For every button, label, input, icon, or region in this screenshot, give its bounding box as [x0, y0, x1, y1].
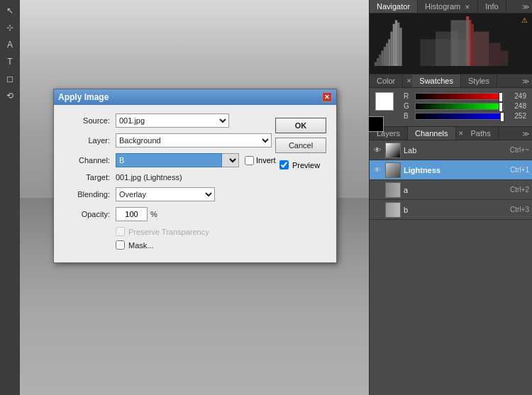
- tool-shape[interactable]: ◻: [2, 71, 18, 87]
- layers-panel-collapse[interactable]: ≫: [522, 130, 529, 138]
- foreground-color-swatch[interactable]: [375, 92, 394, 111]
- top-panel-collapse[interactable]: ≫: [522, 3, 529, 11]
- channel-name-b: b: [404, 206, 507, 214]
- ok-button[interactable]: OK: [275, 118, 326, 133]
- green-label: G: [404, 102, 412, 110]
- tab-channels[interactable]: Channels: [408, 127, 455, 140]
- red-slider-thumb[interactable]: [499, 92, 503, 102]
- layers-panel-tabs: Layers Channels ✕ Paths ≫: [370, 127, 532, 140]
- mask-label: Mask...: [128, 241, 153, 250]
- green-slider-thumb[interactable]: [499, 102, 503, 112]
- channel-lightness[interactable]: 👁 Lightness Ctrl+1: [370, 160, 532, 180]
- opacity-input[interactable]: [116, 207, 148, 221]
- blending-label: Blending:: [64, 190, 110, 199]
- cancel-button[interactable]: Cancel: [275, 138, 326, 153]
- channel-shortcut-lab: Ctrl+~: [510, 146, 529, 154]
- channel-name-lab: Lab: [404, 146, 507, 155]
- channel-name-a: a: [404, 186, 507, 194]
- tab-styles[interactable]: Styles: [461, 74, 497, 87]
- preview-checkbox[interactable]: [279, 160, 289, 169]
- preview-row: Preview: [279, 160, 326, 169]
- dialog-title: Apply Image: [58, 92, 109, 102]
- background-color-swatch[interactable]: [368, 116, 384, 132]
- tab-paths[interactable]: Paths: [464, 127, 499, 140]
- red-slider-track[interactable]: [415, 93, 504, 100]
- preserve-transparency-checkbox[interactable]: [116, 227, 125, 236]
- dialog-close-button[interactable]: ✕: [322, 92, 332, 102]
- blue-slider-thumb[interactable]: [500, 112, 504, 122]
- tab-histogram[interactable]: Histogram ✕: [418, 0, 478, 13]
- channel-b[interactable]: b Ctrl+3: [370, 200, 532, 220]
- tab-navigator[interactable]: Navigator: [370, 0, 418, 13]
- channel-dropdown[interactable]: [222, 153, 239, 167]
- layer-select[interactable]: Background: [116, 133, 272, 148]
- svg-rect-3: [382, 50, 384, 66]
- channel-eye-b[interactable]: [372, 205, 382, 215]
- channels-list: 👁 Lab Ctrl+~ 👁 Lightness Ctrl+1 a Ctrl+2: [370, 140, 532, 395]
- invert-checkbox[interactable]: [245, 156, 254, 165]
- tab-color[interactable]: Color: [370, 74, 403, 87]
- svg-rect-8: [393, 24, 395, 66]
- svg-rect-0: [375, 62, 377, 66]
- channel-eye-lab[interactable]: 👁: [372, 145, 382, 155]
- channel-thumb-lightness: [385, 162, 401, 178]
- color-panel-collapse[interactable]: ≫: [522, 77, 529, 85]
- opacity-unit: %: [150, 210, 157, 218]
- channel-lab[interactable]: 👁 Lab Ctrl+~: [370, 140, 532, 160]
- color-tab-close[interactable]: ✕: [405, 77, 412, 84]
- svg-rect-17: [451, 20, 470, 66]
- svg-rect-19: [489, 43, 500, 66]
- blue-label: B: [404, 112, 412, 120]
- opacity-label: Opacity:: [64, 210, 110, 218]
- mask-checkbox[interactable]: [116, 240, 125, 250]
- channel-shortcut-b: Ctrl+3: [510, 206, 529, 213]
- histogram-svg: [372, 16, 529, 66]
- canvas-area: ↖ ⊹ A T ◻ ⟲ Apply Image ✕ Source: 001.jp…: [0, 0, 369, 395]
- tool-arrow[interactable]: ↖: [2, 3, 18, 18]
- green-slider-track[interactable]: [415, 103, 504, 110]
- top-panel-tabs: Navigator Histogram ✕ Info ≫: [370, 0, 532, 13]
- histogram-tab-close[interactable]: ✕: [465, 4, 470, 11]
- channel-label: Channel:: [64, 156, 110, 165]
- source-select[interactable]: 001.jpg: [116, 113, 229, 128]
- invert-checkbox-container: Invert: [245, 156, 276, 165]
- invert-label: Invert: [256, 156, 276, 165]
- tool-rotate[interactable]: ⟲: [2, 88, 18, 104]
- color-panel-tabs: Color ✕ Swatches Styles ≫: [370, 74, 532, 88]
- rgb-sliders: R 249 G 248 B: [404, 92, 526, 122]
- color-panel: Color ✕ Swatches Styles ≫ R 249: [370, 74, 532, 127]
- histogram-area: ⚠: [370, 13, 532, 74]
- svg-rect-4: [384, 47, 386, 66]
- dialog-titlebar: Apply Image ✕: [54, 89, 336, 105]
- svg-rect-6: [388, 39, 390, 66]
- tool-type[interactable]: A: [2, 37, 18, 52]
- target-label: Target:: [64, 173, 110, 182]
- channel-thumb-a: [385, 182, 401, 198]
- channel-eye-a[interactable]: [372, 185, 382, 195]
- channels-tab-close[interactable]: ✕: [458, 130, 464, 137]
- mask-row: Mask...: [116, 240, 326, 250]
- svg-rect-7: [390, 32, 392, 66]
- blending-select[interactable]: Overlay: [116, 187, 215, 201]
- tool-text[interactable]: T: [2, 54, 18, 69]
- tab-info[interactable]: Info: [478, 0, 506, 13]
- tab-swatches[interactable]: Swatches: [412, 74, 461, 87]
- svg-rect-1: [377, 58, 379, 66]
- layer-label: Layer:: [64, 136, 110, 145]
- target-row: Target: 001.jpg (Lightness): [64, 173, 326, 182]
- blue-slider-track[interactable]: [415, 113, 504, 120]
- svg-rect-10: [397, 23, 399, 66]
- blue-slider-row: B 252: [404, 112, 526, 120]
- channel-eye-lightness[interactable]: 👁: [372, 165, 382, 175]
- navigator-panel: Navigator Histogram ✕ Info ≫ ⚠: [370, 0, 532, 74]
- channel-name-lightness: Lightness: [404, 166, 507, 174]
- layers-panel: Layers Channels ✕ Paths ≫ 👁 Lab Ctrl+~ 👁…: [370, 127, 532, 395]
- channel-a[interactable]: a Ctrl+2: [370, 180, 532, 200]
- channel-thumb-lab: [385, 143, 401, 158]
- right-panel: Navigator Histogram ✕ Info ≫ ⚠: [369, 0, 532, 395]
- red-label: R: [404, 92, 412, 100]
- svg-rect-14: [472, 24, 474, 66]
- channel-input[interactable]: [116, 153, 222, 167]
- svg-rect-2: [379, 55, 381, 66]
- tool-lasso[interactable]: ⊹: [2, 20, 18, 35]
